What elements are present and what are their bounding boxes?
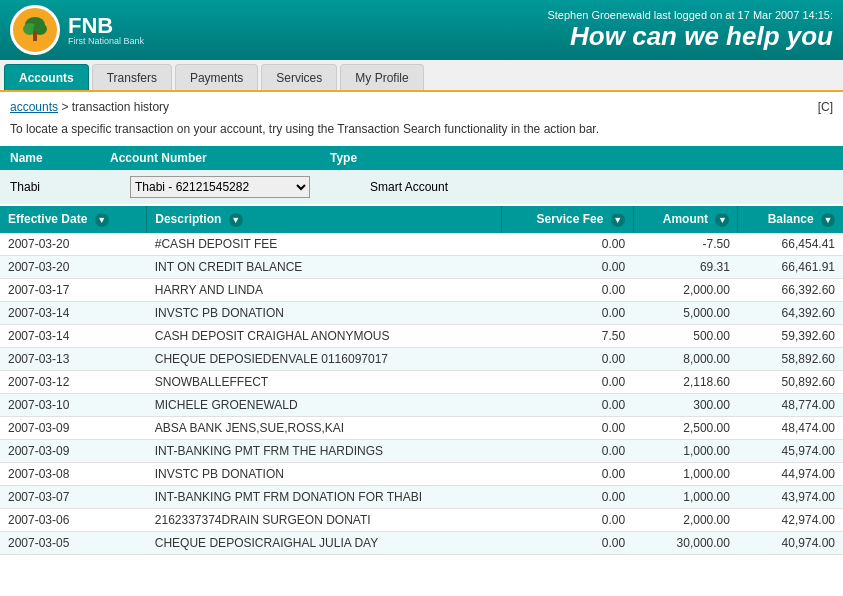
cell-date: 2007-03-09: [0, 439, 147, 462]
cell-desc: 2162337374DRAIN SURGEON DONATI: [147, 508, 502, 531]
account-number-dropdown[interactable]: Thabi - 62121545282: [130, 176, 310, 198]
header: FNB First National Bank Stephen Groenewa…: [0, 0, 843, 60]
cell-amount: 8,000.00: [633, 347, 738, 370]
cell-amount: 2,118.60: [633, 370, 738, 393]
tab-transfers[interactable]: Transfers: [92, 64, 172, 90]
help-text: How can we help you: [570, 21, 833, 51]
cell-desc: CHEQUE DEPOSICRAIGHAL JULIA DAY: [147, 531, 502, 554]
col-header-fee: Service Fee ▼: [502, 206, 634, 233]
table-row: 2007-03-12 SNOWBALLEFFECT 0.00 2,118.60 …: [0, 370, 843, 393]
table-row: 2007-03-14 INVSTC PB DONATION 0.00 5,000…: [0, 301, 843, 324]
cell-balance: 44,974.00: [738, 462, 843, 485]
cell-date: 2007-03-07: [0, 485, 147, 508]
sort-balance-icon[interactable]: ▼: [821, 213, 835, 227]
cell-fee: 7.50: [502, 324, 634, 347]
cell-balance: 40,974.00: [738, 531, 843, 554]
cell-amount: 5,000.00: [633, 301, 738, 324]
breadcrumb-current: transaction history: [72, 100, 169, 114]
cell-amount: 300.00: [633, 393, 738, 416]
cell-date: 2007-03-06: [0, 508, 147, 531]
cell-amount: 1,000.00: [633, 485, 738, 508]
cell-fee: 0.00: [502, 416, 634, 439]
col-header-desc: Description ▼: [147, 206, 502, 233]
cell-desc: ABSA BANK JENS,SUE,ROSS,KAI: [147, 416, 502, 439]
transaction-tbody: 2007-03-20 #CASH DEPOSIT FEE 0.00 -7.50 …: [0, 233, 843, 555]
cell-fee: 0.00: [502, 462, 634, 485]
navbar: Accounts Transfers Payments Services My …: [0, 60, 843, 92]
cell-desc: SNOWBALLEFFECT: [147, 370, 502, 393]
table-row: 2007-03-07 INT-BANKING PMT FRM DONATION …: [0, 485, 843, 508]
cell-balance: 48,774.00: [738, 393, 843, 416]
cell-amount: 2,000.00: [633, 508, 738, 531]
account-dropdown-wrapper: Thabi - 62121545282: [130, 176, 350, 198]
breadcrumb: accounts > transaction history: [10, 100, 169, 114]
fnb-name: FNB: [68, 15, 144, 37]
sort-fee-icon[interactable]: ▼: [611, 213, 625, 227]
sort-date-icon[interactable]: ▼: [95, 213, 109, 227]
table-row: 2007-03-13 CHEQUE DEPOSIEDENVALE 0116097…: [0, 347, 843, 370]
cell-fee: 0.00: [502, 278, 634, 301]
cell-date: 2007-03-08: [0, 462, 147, 485]
accounts-link[interactable]: accounts: [10, 100, 58, 114]
fnb-subtext: First National Bank: [68, 37, 144, 46]
cell-desc: INT-BANKING PMT FRM DONATION FOR THABI: [147, 485, 502, 508]
cell-balance: 59,392.60: [738, 324, 843, 347]
table-row: 2007-03-05 CHEQUE DEPOSICRAIGHAL JULIA D…: [0, 531, 843, 554]
col-header-balance: Balance ▼: [738, 206, 843, 233]
col-header-amount: Amount ▼: [633, 206, 738, 233]
fnb-logo-icon: [20, 15, 50, 45]
action-code: [C]: [818, 100, 833, 114]
cell-balance: 66,392.60: [738, 278, 843, 301]
cell-desc: CASH DEPOSIT CRAIGHAL ANONYMOUS: [147, 324, 502, 347]
tab-services[interactable]: Services: [261, 64, 337, 90]
account-name-value: Thabi: [10, 180, 110, 194]
table-row: 2007-03-09 ABSA BANK JENS,SUE,ROSS,KAI 0…: [0, 416, 843, 439]
cell-balance: 64,392.60: [738, 301, 843, 324]
table-row: 2007-03-17 HARRY AND LINDA 0.00 2,000.00…: [0, 278, 843, 301]
cell-balance: 50,892.60: [738, 370, 843, 393]
tab-myprofile[interactable]: My Profile: [340, 64, 423, 90]
cell-balance: 66,454.41: [738, 233, 843, 256]
header-right: Stephen Groenewald last logged on at 17 …: [547, 9, 833, 52]
breadcrumb-separator: >: [61, 100, 71, 114]
cell-amount: -7.50: [633, 233, 738, 256]
table-row: 2007-03-14 CASH DEPOSIT CRAIGHAL ANONYMO…: [0, 324, 843, 347]
table-row: 2007-03-10 MICHELE GROENEWALD 0.00 300.0…: [0, 393, 843, 416]
col-header-date: Effective Date ▼: [0, 206, 147, 233]
account-row: Thabi Thabi - 62121545282 Smart Account: [0, 170, 843, 204]
name-col-header: Name: [10, 151, 110, 165]
cell-fee: 0.00: [502, 370, 634, 393]
cell-date: 2007-03-10: [0, 393, 147, 416]
cell-amount: 1,000.00: [633, 462, 738, 485]
account-type-value: Smart Account: [370, 180, 833, 194]
cell-date: 2007-03-14: [0, 301, 147, 324]
sort-amount-icon[interactable]: ▼: [715, 213, 729, 227]
cell-desc: INT-BANKING PMT FRM THE HARDINGS: [147, 439, 502, 462]
cell-date: 2007-03-17: [0, 278, 147, 301]
tab-payments[interactable]: Payments: [175, 64, 258, 90]
cell-balance: 43,974.00: [738, 485, 843, 508]
tab-accounts[interactable]: Accounts: [4, 64, 89, 90]
svg-rect-3: [33, 31, 37, 41]
info-text: To locate a specific transaction on your…: [0, 118, 843, 146]
sort-desc-icon[interactable]: ▼: [229, 213, 243, 227]
cell-fee: 0.00: [502, 233, 634, 256]
cell-desc: INVSTC PB DONATION: [147, 462, 502, 485]
transaction-table: Effective Date ▼ Description ▼ Service F…: [0, 206, 843, 555]
cell-desc: CHEQUE DEPOSIEDENVALE 0116097017: [147, 347, 502, 370]
cell-date: 2007-03-14: [0, 324, 147, 347]
cell-date: 2007-03-13: [0, 347, 147, 370]
logo-area: FNB First National Bank: [10, 5, 144, 55]
table-row: 2007-03-09 INT-BANKING PMT FRM THE HARDI…: [0, 439, 843, 462]
type-col-header: Type: [330, 151, 833, 165]
cell-date: 2007-03-20: [0, 233, 147, 256]
cell-fee: 0.00: [502, 393, 634, 416]
cell-amount: 30,000.00: [633, 531, 738, 554]
table-row: 2007-03-20 INT ON CREDIT BALANCE 0.00 69…: [0, 255, 843, 278]
cell-amount: 2,000.00: [633, 278, 738, 301]
cell-fee: 0.00: [502, 485, 634, 508]
acctnum-col-header: Account Number: [110, 151, 330, 165]
cell-date: 2007-03-12: [0, 370, 147, 393]
breadcrumb-row: accounts > transaction history [C]: [0, 92, 843, 118]
cell-amount: 1,000.00: [633, 439, 738, 462]
